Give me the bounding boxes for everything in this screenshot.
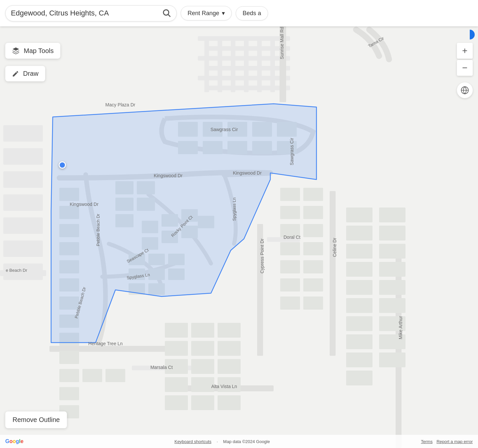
svg-rect-122 (82, 369, 102, 382)
rent-range-button[interactable]: Rent Range ▾ (181, 6, 232, 20)
search-input[interactable] (11, 9, 162, 17)
svg-rect-95 (379, 244, 405, 259)
report-error-link[interactable]: Report a map error (436, 439, 473, 444)
svg-line-1 (168, 14, 170, 16)
svg-point-0 (164, 10, 169, 15)
svg-rect-104 (218, 323, 241, 338)
svg-rect-20 (3, 217, 43, 234)
svg-rect-110 (218, 359, 241, 374)
layers-icon (12, 47, 20, 55)
map-type-button[interactable] (457, 82, 473, 98)
svg-rect-75 (280, 242, 300, 255)
svg-text:Kingswood Dr: Kingswood Dr (154, 173, 182, 178)
map-container[interactable]: Macy Plaza Dr Sawgrass Cir Sawgrass Cir … (0, 26, 478, 448)
svg-rect-70 (303, 188, 323, 201)
svg-rect-10 (218, 36, 222, 92)
svg-rect-96 (379, 262, 405, 277)
svg-rect-69 (280, 188, 300, 201)
remove-outline-button[interactable]: Remove Outline (5, 411, 67, 428)
beds-label: Beds a (243, 10, 261, 17)
svg-rect-80 (303, 278, 323, 292)
svg-rect-106 (191, 341, 214, 356)
bottom-info: Keyboard shortcuts · Map data ©2024 Goog… (174, 439, 270, 444)
svg-text:Cypress Point Dr: Cypress Point Dr (259, 238, 265, 273)
map-data: Map data ©2024 Google (223, 439, 270, 444)
draw-button[interactable]: Draw (5, 66, 45, 81)
svg-rect-120 (59, 387, 79, 400)
google-logo: Google (5, 438, 23, 444)
chevron-down-icon: ▾ (222, 10, 225, 17)
svg-text:Spyglass Ln: Spyglass Ln (232, 198, 237, 221)
svg-rect-87 (346, 280, 373, 295)
svg-rect-88 (346, 298, 373, 313)
remove-outline-label: Remove Outline (13, 416, 60, 423)
svg-rect-72 (303, 206, 323, 219)
svg-rect-82 (303, 296, 323, 310)
map-svg: Macy Plaza Dr Sawgrass Cir Sawgrass Cir … (0, 26, 478, 448)
svg-rect-92 (346, 371, 373, 385)
svg-rect-115 (191, 395, 214, 410)
svg-text:e Beach Dr: e Beach Dr (6, 268, 27, 273)
zoom-out-button[interactable]: − (457, 60, 473, 76)
svg-text:Macy Plaza Dr: Macy Plaza Dr (105, 102, 135, 107)
svg-rect-79 (280, 278, 300, 292)
svg-rect-13 (257, 36, 262, 92)
svg-rect-17 (3, 148, 43, 165)
terms-link[interactable]: Terms (421, 439, 433, 444)
bottom-bar: Google Keyboard shortcuts · Map data ©20… (0, 435, 478, 448)
map-tools-button[interactable]: Map Tools (5, 43, 60, 59)
search-button[interactable] (162, 8, 171, 18)
header-bar: Rent Range ▾ Beds a (0, 0, 478, 26)
svg-text:Marsala Ct: Marsala Ct (150, 365, 173, 370)
svg-text:Kingswood Dr: Kingswood Dr (233, 170, 261, 176)
keyboard-shortcuts[interactable]: Keyboard shortcuts (174, 439, 211, 444)
svg-rect-109 (191, 359, 214, 374)
svg-rect-123 (105, 369, 125, 382)
svg-rect-76 (303, 242, 323, 255)
svg-rect-98 (379, 298, 405, 313)
svg-text:Sawgrass Cir: Sawgrass Cir (289, 138, 294, 165)
svg-rect-21 (3, 240, 43, 257)
svg-rect-78 (303, 260, 323, 273)
svg-rect-111 (165, 377, 188, 392)
svg-text:Sawgrass Cir: Sawgrass Cir (210, 127, 238, 132)
svg-rect-97 (379, 280, 405, 295)
svg-rect-107 (218, 341, 241, 356)
svg-rect-119 (59, 369, 79, 382)
svg-rect-85 (346, 244, 373, 259)
svg-rect-19 (3, 194, 43, 211)
draw-icon (12, 70, 19, 77)
svg-rect-94 (379, 226, 405, 240)
svg-rect-118 (59, 351, 79, 364)
svg-rect-12 (244, 36, 249, 92)
location-dot (59, 161, 66, 169)
svg-text:Alta Vista Ln: Alta Vista Ln (211, 384, 237, 389)
svg-rect-81 (280, 296, 300, 310)
svg-rect-102 (165, 323, 188, 338)
svg-rect-105 (165, 341, 188, 356)
zoom-controls: + − (457, 43, 473, 76)
svg-rect-93 (379, 208, 405, 222)
draw-label: Draw (23, 70, 39, 77)
svg-text:Celine Dr: Celine Dr (332, 238, 337, 257)
svg-text:Pebble Beach Dr: Pebble Beach Dr (96, 213, 101, 246)
zoom-in-button[interactable]: + (457, 43, 473, 59)
svg-text:Sunrise Mall Rd: Sunrise Mall Rd (279, 27, 284, 59)
svg-text:Kingswood Dr: Kingswood Dr (70, 202, 98, 207)
separator: · (217, 439, 218, 444)
svg-rect-16 (3, 125, 43, 142)
map-tools-label: Map Tools (24, 47, 54, 55)
beds-button[interactable]: Beds a (236, 6, 268, 20)
svg-rect-86 (346, 262, 373, 277)
globe-icon (461, 86, 469, 95)
svg-rect-74 (303, 224, 323, 237)
svg-rect-112 (191, 377, 214, 392)
svg-rect-90 (346, 334, 373, 349)
svg-rect-9 (204, 36, 209, 92)
svg-text:Mike Arthur: Mike Arthur (398, 316, 403, 339)
search-box (5, 5, 177, 21)
rent-range-label: Rent Range (188, 10, 219, 17)
svg-text:Doral Ct: Doral Ct (284, 235, 300, 240)
bottom-right: Terms Report a map error (421, 439, 473, 444)
svg-rect-71 (280, 206, 300, 219)
